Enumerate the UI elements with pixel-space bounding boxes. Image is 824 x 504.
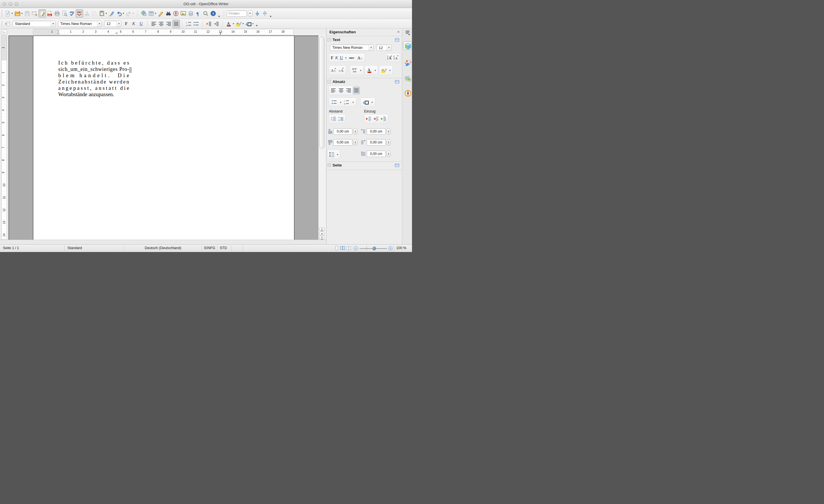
bullet-list-button[interactable] xyxy=(193,20,200,28)
line-spacing-button[interactable] xyxy=(329,151,335,158)
sidebar-align-justify-button[interactable] xyxy=(353,87,360,94)
align-left-button[interactable] xyxy=(150,20,158,28)
undo-button[interactable]: ▼ xyxy=(115,9,125,17)
background-color-button[interactable]: ▼ xyxy=(245,20,254,28)
formatting-marks-button[interactable]: ¶ xyxy=(195,9,202,17)
text-line-4[interactable]: Zeichenabstände werden xyxy=(58,79,129,85)
paragraph-dialog-launcher-icon[interactable] xyxy=(395,79,400,84)
first-line-indent-stepper[interactable]: ▲▼ xyxy=(387,151,391,157)
first-line-indent-field[interactable]: 0,00 cm xyxy=(367,151,386,157)
after-indent-field[interactable]: 0,00 cm xyxy=(367,139,386,145)
chevron-down-icon[interactable]: ▼ xyxy=(51,21,56,27)
toolbar-overflow-button[interactable]: ▼ xyxy=(255,24,258,28)
chevron-down-icon[interactable]: ▼ xyxy=(248,11,252,16)
chevron-down-icon[interactable]: ▼ xyxy=(336,154,338,156)
font-size-select[interactable]: 12 ▼ xyxy=(104,21,121,27)
spellcheck-button[interactable]: ABC xyxy=(68,9,76,17)
increase-indent-button[interactable] xyxy=(366,116,372,122)
collapse-icon[interactable]: − xyxy=(328,80,331,83)
chevron-down-icon[interactable]: ▼ xyxy=(345,57,347,59)
toolbar-overflow-button[interactable]: ▼ xyxy=(270,15,272,19)
sidebar-font-size-select[interactable]: 12 ▼ xyxy=(377,44,391,51)
hyperlink-button[interactable] xyxy=(140,9,147,17)
vertical-scrollbar[interactable]: ▲▲ ● ▼▼ xyxy=(318,35,326,240)
language-status[interactable]: Deutsch (Deutschland) xyxy=(124,246,202,250)
text-line-1[interactable]: Ich befürchte, dass es xyxy=(58,60,129,66)
page-dialog-launcher-icon[interactable] xyxy=(395,163,400,168)
find-next-button[interactable] xyxy=(253,9,261,17)
print-button[interactable] xyxy=(54,9,61,17)
sidebar-font-name-select[interactable]: Times New Roman ▼ xyxy=(330,44,374,51)
align-center-button[interactable] xyxy=(158,20,165,28)
navigation-button[interactable]: ● xyxy=(319,232,324,235)
draw-functions-button[interactable] xyxy=(157,9,165,17)
after-indent-stepper[interactable]: ▲▼ xyxy=(387,139,391,145)
close-icon[interactable]: × xyxy=(397,29,400,34)
paragraph-background-button[interactable] xyxy=(363,99,369,105)
above-spacing-field[interactable]: 0,00 cm xyxy=(333,128,352,134)
text-line-2[interactable]: sich_um_ein_schwieriges Pro- xyxy=(58,66,129,73)
above-spacing-stepper[interactable]: ▲▼ xyxy=(353,128,357,134)
text-line-6[interactable]: Wortabstände anzupassen. xyxy=(58,92,129,98)
below-spacing-stepper[interactable]: ▲▼ xyxy=(353,139,357,145)
previous-page-button[interactable]: ▲▲ xyxy=(319,227,324,231)
character-spacing-button[interactable]: AV xyxy=(351,67,358,74)
chevron-down-icon[interactable]: ▼ xyxy=(369,45,373,51)
before-indent-field[interactable]: 0,00 cm xyxy=(367,128,386,134)
italic-button[interactable]: K xyxy=(130,20,137,28)
paste-button[interactable]: ▼ xyxy=(98,9,108,17)
tab-stop-selector[interactable]: ∟ xyxy=(1,29,7,35)
text-line-5[interactable]: angepasst, anstatt die xyxy=(58,85,129,92)
sidebar-align-left-button[interactable] xyxy=(330,87,337,94)
sidebar-align-center-button[interactable] xyxy=(338,87,344,94)
increase-font-button[interactable]: A xyxy=(387,55,393,61)
chevron-down-icon[interactable]: ▼ xyxy=(340,101,342,103)
collapse-icon[interactable]: − xyxy=(328,38,331,41)
scrollbar-thumb[interactable] xyxy=(319,36,324,148)
selection-mode-status[interactable]: STD xyxy=(220,246,227,250)
left-indent-marker[interactable] xyxy=(57,30,60,34)
chevron-down-icon[interactable]: ▼ xyxy=(122,12,124,14)
chevron-down-icon[interactable]: ▼ xyxy=(360,70,362,72)
view-single-page-button[interactable] xyxy=(334,245,339,251)
autospellcheck-button[interactable]: ABC xyxy=(76,9,83,17)
sidebar-tab-styles[interactable] xyxy=(403,58,412,67)
table-button[interactable]: ▼ xyxy=(147,9,157,17)
navigator-button[interactable] xyxy=(172,9,180,17)
sidebar-align-right-button[interactable] xyxy=(345,87,352,94)
view-multi-page-button[interactable] xyxy=(340,245,345,251)
sidebar-tab-navigator[interactable] xyxy=(403,88,412,97)
paragraph-text[interactable]: Ich befürchte, dass essich_um_ein_schwie… xyxy=(58,60,129,98)
format-paintbrush-button[interactable] xyxy=(108,9,115,17)
sidebar-italic-button[interactable]: K xyxy=(335,56,338,60)
chevron-down-icon[interactable]: ▼ xyxy=(21,12,23,14)
find-history-dropdown[interactable]: ▼ xyxy=(248,10,252,17)
chevron-down-icon[interactable]: ▼ xyxy=(11,12,13,14)
before-indent-stepper[interactable]: ▲▼ xyxy=(387,128,391,134)
text-line-3[interactable]: blem handelt. Die xyxy=(58,73,129,79)
switch-indent-button[interactable] xyxy=(381,116,387,122)
expand-icon[interactable]: + xyxy=(328,164,331,167)
chevron-down-icon[interactable]: ▼ xyxy=(154,12,157,14)
zoom-level-status[interactable]: 100 % xyxy=(396,246,406,250)
paragraph-style-select[interactable]: Standard ▼ xyxy=(13,21,56,27)
align-justify-button[interactable] xyxy=(173,20,180,28)
decrease-indent-button[interactable] xyxy=(205,20,213,28)
data-sources-button[interactable] xyxy=(187,9,195,17)
find-input[interactable] xyxy=(227,10,247,17)
next-page-button[interactable]: ▼▼ xyxy=(319,236,324,240)
sidebar-bold-button[interactable]: F xyxy=(331,56,333,60)
decrease-font-button[interactable]: A xyxy=(393,55,399,61)
chevron-down-icon[interactable]: ▼ xyxy=(97,21,102,27)
font-name-select[interactable]: Times New Roman ▼ xyxy=(58,21,102,27)
sidebar-bullet-list-button[interactable] xyxy=(331,99,337,105)
bold-button[interactable]: F xyxy=(122,20,130,28)
sidebar-numbered-list-button[interactable]: III xyxy=(343,99,350,105)
decrease-spacing-button[interactable] xyxy=(338,116,344,122)
paragraph-style-icon[interactable] xyxy=(4,20,11,28)
zoom-slider-thumb[interactable] xyxy=(373,246,376,250)
chevron-down-icon[interactable]: ▼ xyxy=(371,101,373,103)
email-document-button[interactable] xyxy=(31,9,38,17)
zoom-button[interactable] xyxy=(202,9,209,17)
page-style-status[interactable]: Standard xyxy=(68,246,82,250)
